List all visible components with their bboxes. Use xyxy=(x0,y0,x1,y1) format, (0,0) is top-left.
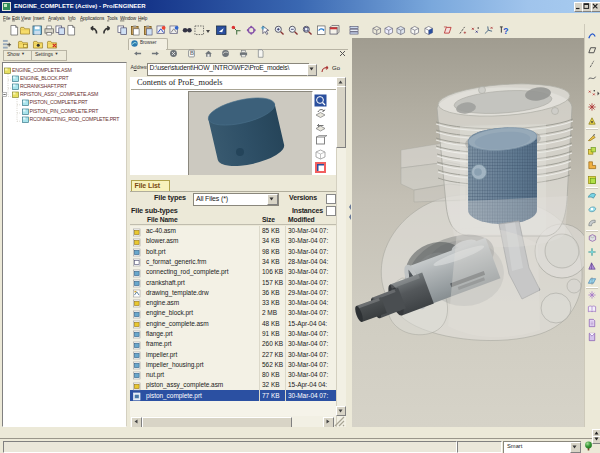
svg-text:?: ? xyxy=(503,25,508,35)
svg-text:B: B xyxy=(190,50,194,56)
